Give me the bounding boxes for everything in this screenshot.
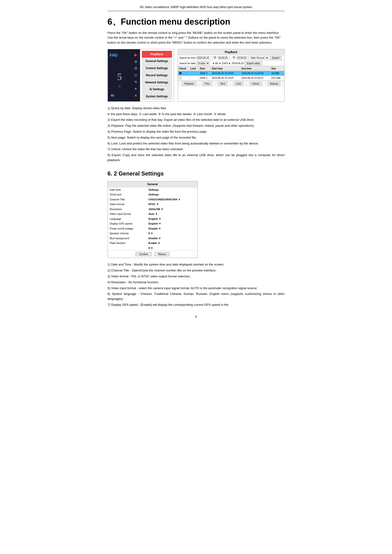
- pb-search-label: Search for time: [179, 56, 196, 60]
- table-row: Language English ▼: [108, 216, 197, 222]
- gen-confirm-button[interactable]: Confirm: [136, 252, 152, 256]
- body-item-9: 8) Export: Copy and store the selected v…: [108, 153, 285, 163]
- gen-return-button[interactable]: Return: [154, 252, 169, 256]
- gen-value-plate[interactable]: Enable ▼: [147, 241, 197, 246]
- gen-value-viformat[interactable]: Auto ▼: [147, 212, 197, 216]
- table-row: Display GPS speed English ▼: [108, 221, 197, 226]
- body2-item-3: 3) Video format - PAL or NTSC video outp…: [108, 274, 285, 279]
- body-item-6: 5) Next page: Switch to display the next…: [108, 135, 285, 140]
- pb-col-lock: Lock: [189, 66, 199, 71]
- fiveg-icon: 5: [117, 69, 122, 84]
- network-icon: ≋: [134, 79, 137, 85]
- body-item-3: 2) Export the video recording of that da…: [108, 118, 285, 122]
- table-row: Power on/off voltage Disable ▼: [108, 226, 197, 231]
- table-row: Date time Settings: [108, 187, 197, 192]
- page-number: 6: [108, 315, 285, 319]
- pb-cell-size: 16.08M: [270, 71, 284, 76]
- pb-record-type-select[interactable]: Main Record: [249, 56, 269, 60]
- pb-cell-size2: 220.18M: [270, 76, 284, 80]
- settings2-icon: ⚙: [134, 66, 137, 71]
- table-row: Video input format Auto ▼: [108, 212, 197, 216]
- section6-heading: 6、Function menu description: [108, 15, 285, 28]
- gen-label-volume: Speaker Volume: [108, 231, 147, 236]
- menu-item-control[interactable]: Control Settings: [142, 65, 172, 71]
- menu-icons-col: ▶ ⚙ ⚙ ⊙ ≋ ✦ ✕: [132, 49, 140, 101]
- pb-end-time-input[interactable]: [237, 56, 248, 59]
- pb-export-button[interactable]: Export video: [245, 61, 262, 65]
- system-icon: ✕: [134, 93, 137, 98]
- table-row: Plate Number Enable ▼: [108, 241, 197, 246]
- pb-cell-end: 2024-06-20 15:20:50: [240, 71, 270, 76]
- table-row: Channel Title CH01/CH02/CH03/CH04 ▼: [108, 197, 197, 202]
- menu-item-playback[interactable]: PlayBack: [142, 51, 172, 58]
- pb-spacer: [211, 62, 211, 65]
- 4g-label: G: [119, 84, 121, 88]
- gen-label-serial: Serial port: [108, 192, 147, 197]
- gen-label-extra: [108, 246, 147, 251]
- pb-bottom-bar: Playback Prev Next Lock Unlock Backup: [178, 81, 284, 87]
- table-row: Serial port Settings: [108, 192, 197, 197]
- pb-title: PlayBack: [178, 49, 284, 55]
- menu-item-general[interactable]: General Settings: [142, 58, 172, 64]
- body-item-7: 6) Lock: Lock and protect the selected v…: [108, 141, 285, 146]
- pb-cell-check: [178, 71, 189, 76]
- body2-item-5: 5) Video input format - select the camer…: [108, 286, 285, 291]
- table-row: 8 ▼: [108, 246, 197, 251]
- pb-date-label: Search for date: [179, 62, 196, 65]
- ai-icon: ✦: [134, 86, 137, 92]
- body2-item-6: 6) System language - Chinese, Traditiona…: [108, 291, 285, 302]
- fhd-label: FHD: [110, 53, 118, 58]
- pb-start-time-input[interactable]: [217, 56, 229, 59]
- record-icon: ⊙: [134, 72, 137, 78]
- body2-item-7: 7) Display GPS speed - [Enable] will dis…: [108, 303, 285, 307]
- menu-item-network[interactable]: Network Settings: [142, 79, 172, 86]
- menu-preview-left: FHD 5 G 4k: [108, 49, 132, 101]
- checkbox2-icon: [179, 77, 182, 79]
- pb-col-disk: Disk: [199, 66, 211, 71]
- gen-value-lang[interactable]: English ▼: [147, 216, 197, 222]
- gen-value-serial: Settings: [147, 192, 197, 197]
- gen-value-power[interactable]: Disable ▼: [147, 226, 197, 231]
- pb-next-button[interactable]: Next: [218, 82, 228, 86]
- gear-icon: ⚙: [134, 59, 137, 65]
- gen-value-resolution[interactable]: 1024x768 ▼: [147, 207, 197, 212]
- pb-ch-label: ▼ CHO1▼: [219, 62, 231, 65]
- gen-value-chtitle[interactable]: CH01/CH02/CH03/CH04 ▼: [147, 197, 197, 202]
- playback-figure: PlayBack Search for time 📅 - 📅 Main Reco…: [178, 49, 285, 102]
- body-item-8: 7) Unlock: Unlock the video file that ha…: [108, 147, 285, 152]
- menu-item-ai[interactable]: Ai Settings: [142, 86, 172, 93]
- gen-title: General: [108, 181, 197, 187]
- pb-cell-end2: 2024-06-20 15:20:07: [240, 76, 270, 80]
- pb-date-val2: 2024-06-20: [231, 62, 244, 65]
- pb-prev-button[interactable]: Prev: [203, 82, 212, 86]
- pb-all-label: ▼ All: [212, 62, 218, 65]
- pb-date-select[interactable]: Disable: [196, 62, 210, 65]
- pb-cell-disk: DISK 2: [199, 71, 211, 76]
- pb-col-start: Start time: [211, 66, 240, 71]
- pb-lock-button[interactable]: Lock: [234, 82, 243, 86]
- menu-item-system[interactable]: System Settings: [142, 93, 172, 100]
- pb-start-date-input[interactable]: [196, 56, 212, 59]
- gen-label-lang: Language: [108, 216, 147, 222]
- table-row: Video format NTSC ▼: [108, 202, 197, 207]
- gen-value-volume[interactable]: 6 ▼: [147, 231, 197, 236]
- menu-item-record[interactable]: Record Settings: [142, 72, 172, 79]
- table-row[interactable]: DISK 2 2024-06-20 15:20:07 2024-06-20 15…: [178, 71, 284, 76]
- pb-col-end: End time: [240, 66, 270, 71]
- gen-value-gps[interactable]: English ▼: [147, 221, 197, 226]
- gen-label-plate: Plate Number: [108, 241, 147, 246]
- pb-cell-start2: 2024-06-20 15:10:07: [211, 76, 240, 80]
- pb-search-button[interactable]: Search: [270, 56, 282, 60]
- pb-cell-lock: [189, 71, 199, 76]
- table-row: Blue background Disable ▼: [108, 236, 197, 241]
- pb-search-row1: Search for time 📅 - 📅 Main Record Search: [178, 55, 284, 61]
- pb-unlock-button[interactable]: Unlock: [250, 82, 261, 86]
- gen-value-blue[interactable]: Disable ▼: [147, 236, 197, 241]
- gen-value-vformat[interactable]: NTSC ▼: [147, 202, 197, 207]
- gen-label-vformat: Video format: [108, 202, 147, 207]
- pb-cell-lock2: [189, 76, 199, 80]
- pb-backup-button[interactable]: Backup: [268, 82, 280, 86]
- gen-value-extra[interactable]: 8 ▼: [147, 246, 197, 251]
- pb-playback-button[interactable]: Playback: [182, 82, 196, 86]
- table-row[interactable]: DISK 2 2024-06-20 15:10:07 2024-06-20 15…: [178, 76, 284, 80]
